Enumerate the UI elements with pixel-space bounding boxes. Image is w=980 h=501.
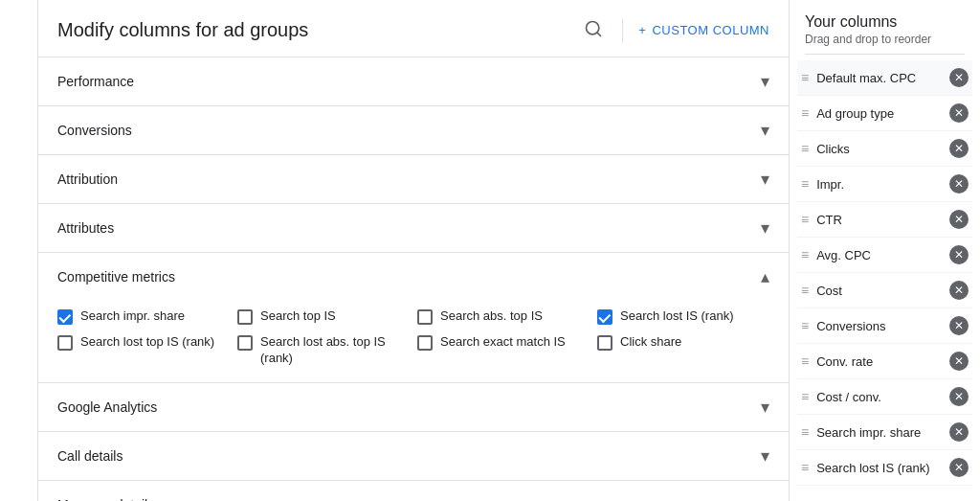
section-performance-label: Performance bbox=[57, 74, 134, 89]
column-label-ad-group-type: Ad group type bbox=[816, 106, 942, 121]
remove-clicks-button[interactable]: ✕ bbox=[949, 139, 969, 158]
column-item-avg-cpc: ≡ Avg. CPC ✕ bbox=[797, 238, 972, 273]
right-panel: Your columns Drag and drop to reorder ≡ … bbox=[789, 0, 980, 501]
close-icon: ✕ bbox=[954, 319, 964, 332]
checkbox-search-top-is[interactable]: Search top IS bbox=[237, 308, 410, 325]
column-item-ad-group-type: ≡ Ad group type ✕ bbox=[797, 96, 972, 131]
close-icon: ✕ bbox=[954, 142, 964, 155]
drag-handle-icon[interactable]: ≡ bbox=[801, 212, 809, 227]
checkbox-search-lost-top-is-rank-label: Search lost top IS (rank) bbox=[80, 334, 214, 351]
svg-line-1 bbox=[597, 33, 601, 36]
column-item-cost-conv: ≡ Cost / conv. ✕ bbox=[797, 379, 972, 415]
checkbox-search-lost-is-rank-box bbox=[597, 309, 612, 325]
drag-handle-icon[interactable]: ≡ bbox=[801, 389, 809, 404]
checkbox-click-share-label: Click share bbox=[620, 334, 681, 351]
column-label-search-impr-share: Search impr. share bbox=[816, 425, 942, 440]
drag-handle-icon[interactable]: ≡ bbox=[801, 353, 809, 369]
section-attribution-label: Attribution bbox=[57, 171, 118, 187]
close-icon: ✕ bbox=[954, 213, 964, 226]
remove-impr-button[interactable]: ✕ bbox=[949, 174, 969, 194]
checkbox-click-share-box bbox=[597, 335, 612, 351]
column-item-conversions: ≡ Conversions ✕ bbox=[797, 308, 972, 344]
right-panel-divider bbox=[805, 54, 965, 55]
section-competitive-metrics-header[interactable]: Competitive metrics ▴ bbox=[38, 253, 789, 301]
remove-ad-group-type-button[interactable]: ✕ bbox=[949, 103, 969, 123]
drag-handle-icon[interactable]: ≡ bbox=[801, 460, 809, 475]
checkbox-search-impr-share[interactable]: Search impr. share bbox=[57, 308, 230, 325]
section-google-analytics-label: Google Analytics bbox=[57, 399, 157, 415]
column-item-search-lost-is-rank: ≡ Search lost IS (rank) ✕ bbox=[797, 450, 972, 486]
section-competitive-metrics: Competitive metrics ▴ Search impr. share… bbox=[38, 253, 789, 383]
column-label-conv-rate: Conv. rate bbox=[816, 354, 942, 369]
section-conversions[interactable]: Conversions ▾ bbox=[38, 106, 789, 155]
right-panel-subtitle: Drag and drop to reorder bbox=[805, 33, 965, 46]
column-item-clicks: ≡ Clicks ✕ bbox=[797, 131, 972, 167]
column-label-ctr: CTR bbox=[816, 213, 942, 227]
columns-list: ≡ Default max. CPC ✕ ≡ Ad group type ✕ ≡… bbox=[790, 60, 980, 501]
custom-column-button[interactable]: + CUSTOM COLUMN bbox=[638, 23, 769, 37]
section-performance[interactable]: Performance ▾ bbox=[38, 57, 789, 106]
section-attributes[interactable]: Attributes ▾ bbox=[38, 204, 789, 253]
remove-cost-button[interactable]: ✕ bbox=[949, 281, 969, 300]
checkbox-search-exact-match-is[interactable]: Search exact match IS bbox=[417, 334, 590, 367]
drag-handle-icon[interactable]: ≡ bbox=[801, 318, 809, 333]
drag-handle-icon[interactable]: ≡ bbox=[801, 70, 809, 85]
column-label-conversions: Conversions bbox=[816, 319, 942, 333]
drag-handle-icon[interactable]: ≡ bbox=[801, 424, 809, 440]
main-panel: Modify columns for ad groups + CUSTOM CO… bbox=[38, 0, 789, 501]
section-call-details-label: Call details bbox=[57, 448, 122, 464]
remove-ctr-button[interactable]: ✕ bbox=[949, 210, 969, 229]
column-item-cost: ≡ Cost ✕ bbox=[797, 273, 972, 308]
remove-cost-conv-button[interactable]: ✕ bbox=[949, 387, 969, 406]
section-message-details-label: Message details bbox=[57, 497, 154, 501]
search-button[interactable] bbox=[580, 15, 607, 45]
section-google-analytics[interactable]: Google Analytics ▾ bbox=[38, 383, 789, 432]
checkbox-search-abs-top-is-label: Search abs. top IS bbox=[440, 308, 543, 325]
column-label-cost-conv: Cost / conv. bbox=[816, 390, 942, 404]
checkbox-search-lost-is-rank[interactable]: Search lost IS (rank) bbox=[597, 308, 769, 325]
remove-avg-cpc-button[interactable]: ✕ bbox=[949, 245, 969, 264]
close-icon: ✕ bbox=[954, 425, 964, 439]
section-call-details[interactable]: Call details ▾ bbox=[38, 432, 789, 481]
checkbox-search-lost-abs-top-is-rank[interactable]: Search lost abs. top IS (rank) bbox=[237, 334, 410, 367]
column-item-default-max-cpc: ≡ Default max. CPC ✕ bbox=[797, 60, 972, 96]
remove-default-max-cpc-button[interactable]: ✕ bbox=[949, 68, 969, 87]
chevron-down-icon: ▾ bbox=[761, 494, 769, 501]
column-item-search-impr-share: ≡ Search impr. share ✕ bbox=[797, 415, 972, 450]
column-item-ctr: ≡ CTR ✕ bbox=[797, 202, 972, 238]
column-label-search-lost-is-rank: Search lost IS (rank) bbox=[816, 461, 942, 475]
remove-search-impr-share-button[interactable]: ✕ bbox=[949, 422, 969, 442]
section-attributes-label: Attributes bbox=[57, 220, 114, 236]
column-label-avg-cpc: Avg. CPC bbox=[816, 248, 942, 262]
close-icon: ✕ bbox=[954, 390, 964, 403]
page-title: Modify columns for ad groups bbox=[57, 19, 308, 41]
right-panel-header: Your columns Drag and drop to reorder bbox=[790, 0, 980, 60]
sections-container: Performance ▾ Conversions ▾ Attribution … bbox=[38, 57, 789, 501]
close-icon: ✕ bbox=[954, 248, 964, 262]
remove-search-lost-is-rank-button[interactable]: ✕ bbox=[949, 458, 969, 477]
drag-handle-icon[interactable]: ≡ bbox=[801, 105, 809, 121]
column-item-conv-rate: ≡ Conv. rate ✕ bbox=[797, 344, 972, 379]
remove-conv-rate-button[interactable]: ✕ bbox=[949, 352, 969, 371]
header-actions: + CUSTOM COLUMN bbox=[580, 15, 769, 45]
checkbox-click-share[interactable]: Click share bbox=[597, 334, 769, 367]
drag-handle-icon[interactable]: ≡ bbox=[801, 176, 809, 192]
section-message-details[interactable]: Message details ▾ bbox=[38, 481, 789, 501]
close-icon: ✕ bbox=[954, 461, 964, 474]
checkbox-grid: Search impr. share Search top IS Search … bbox=[57, 308, 769, 367]
drag-handle-icon[interactable]: ≡ bbox=[801, 283, 809, 298]
checkbox-search-top-is-label: Search top IS bbox=[260, 308, 336, 325]
column-label-cost: Cost bbox=[816, 284, 942, 298]
checkbox-search-abs-top-is[interactable]: Search abs. top IS bbox=[417, 308, 590, 325]
section-attribution[interactable]: Attribution ▾ bbox=[38, 155, 789, 204]
checkbox-search-lost-abs-top-is-rank-box bbox=[237, 335, 253, 351]
chevron-up-icon: ▴ bbox=[761, 266, 769, 287]
drag-handle-icon[interactable]: ≡ bbox=[801, 141, 809, 156]
close-icon: ✕ bbox=[954, 354, 964, 368]
checkbox-search-lost-top-is-rank[interactable]: Search lost top IS (rank) bbox=[57, 334, 230, 367]
drag-handle-icon[interactable]: ≡ bbox=[801, 247, 809, 262]
column-item-impr: ≡ Impr. ✕ bbox=[797, 167, 972, 202]
checkbox-search-impr-share-box bbox=[57, 309, 73, 325]
checkbox-search-lost-top-is-rank-box bbox=[57, 335, 73, 351]
remove-conversions-button[interactable]: ✕ bbox=[949, 316, 969, 335]
